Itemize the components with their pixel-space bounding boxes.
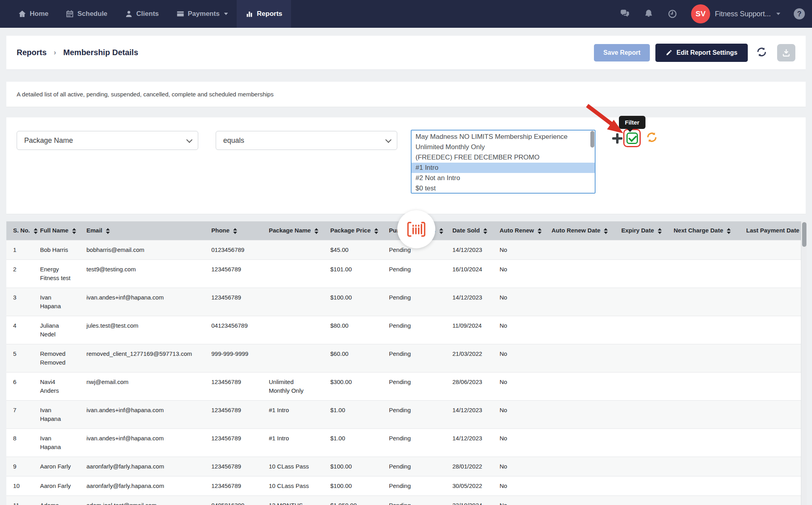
tooltip-pointer — [627, 129, 633, 132]
cell-phone: 123456789 — [211, 428, 269, 457]
column-header-email[interactable]: Email — [86, 221, 211, 240]
sort-icon[interactable] — [604, 228, 608, 234]
membership-table: S. No.Full NameEmailPhonePackage NamePac… — [6, 221, 806, 505]
cell-email: adam.joel.test@gmail.com — [86, 495, 211, 505]
multiselect-option[interactable]: May Madness NO LIMITS Membership Experie… — [412, 132, 595, 142]
apply-filter-checkbox-icon[interactable] — [626, 132, 638, 144]
cell-next_charge_date — [674, 288, 746, 316]
cell-email: aaronfarly@farly.hapana.com — [86, 457, 211, 476]
cell-package — [269, 240, 330, 259]
cell-package — [269, 259, 330, 288]
cell-auto_renew: No — [500, 288, 552, 316]
download-icon — [782, 48, 791, 57]
cell-last_payment_date — [746, 372, 806, 400]
vertical-scrollbar-thumb[interactable] — [802, 222, 806, 247]
cell-auto_renew_date — [552, 240, 621, 259]
sort-icon[interactable] — [727, 228, 731, 234]
chat-icon[interactable] — [620, 9, 630, 19]
sort-icon[interactable] — [374, 228, 378, 234]
download-button[interactable] — [777, 44, 795, 61]
column-label: S. No. — [13, 227, 30, 234]
edit-report-settings-label: Edit Report Settings — [676, 49, 737, 56]
add-filter-icon[interactable] — [611, 132, 624, 145]
sort-icon[interactable] — [314, 228, 318, 234]
table-row: 8Ivan Hapanaivan.andes+inf@hapana.com123… — [6, 428, 806, 457]
refresh-icon[interactable] — [756, 46, 769, 60]
cell-sno: 3 — [6, 288, 40, 316]
column-header-price[interactable]: Package Price — [330, 221, 389, 240]
multiselect-option[interactable]: $0 test — [412, 183, 595, 194]
sort-icon[interactable] — [538, 228, 542, 234]
cell-auto_renew: No — [500, 457, 552, 476]
vertical-scrollbar[interactable] — [801, 221, 807, 505]
clock-icon[interactable] — [667, 9, 678, 19]
user-menu[interactable]: SV Fitness Support... — [691, 4, 780, 23]
sort-icon[interactable] — [106, 228, 110, 234]
breadcrumb-section[interactable]: Reports — [17, 48, 47, 57]
bell-icon[interactable] — [643, 9, 654, 19]
column-header-date_sold[interactable]: Date Sold — [452, 221, 500, 240]
cell-sno: 1 — [6, 240, 40, 259]
column-header-auto_renew_date[interactable]: Auto Renew Date — [552, 221, 621, 240]
cell-price: $45.00 — [330, 240, 389, 259]
save-report-button[interactable]: Save Report — [594, 44, 650, 61]
column-header-name[interactable]: Full Name — [40, 221, 86, 240]
multiselect-scrollbar[interactable] — [590, 131, 594, 148]
reset-filter-icon[interactable] — [645, 131, 658, 144]
cell-price: $300.00 — [330, 372, 389, 400]
cell-expiry_date — [621, 372, 674, 400]
cell-phone: 04123456789 — [211, 316, 269, 344]
cell-auto_renew: No — [500, 372, 552, 400]
column-label: Auto Renew Date — [552, 227, 600, 234]
column-header-expiry_date[interactable]: Expiry Date — [621, 221, 674, 240]
sort-icon[interactable] — [658, 228, 662, 234]
multiselect-option[interactable]: #1 Intro — [412, 163, 595, 173]
nav-item-payments[interactable]: Payments — [168, 0, 237, 28]
column-header-package[interactable]: Package Name — [269, 221, 330, 240]
edit-report-settings-button[interactable]: Edit Report Settings — [655, 44, 748, 62]
sort-icon[interactable] — [439, 228, 443, 234]
nav-item-reports[interactable]: Reports — [237, 0, 291, 28]
cell-email: removed_client_1277169@597713.com — [86, 344, 211, 372]
sort-icon[interactable] — [233, 228, 237, 234]
column-label: Date Sold — [452, 227, 480, 234]
sort-icon[interactable] — [34, 228, 38, 234]
filter-tooltip: Filter — [619, 116, 645, 129]
cell-name: Energy Fitness test — [40, 259, 86, 288]
column-header-sno[interactable]: S. No. — [6, 221, 40, 240]
table-row: 5Removed Removedremoved_client_1277169@5… — [6, 344, 806, 372]
column-label: Expiry Date — [621, 227, 654, 234]
cell-auto_renew: No — [500, 495, 552, 505]
column-header-last_payment_date[interactable]: Last Payment Date — [746, 221, 806, 240]
column-header-phone[interactable]: Phone — [211, 221, 269, 240]
cell-phone: 0405816300 — [211, 495, 269, 505]
nav-item-clients[interactable]: Clients — [116, 0, 168, 28]
cell-auto_renew: No — [500, 240, 552, 259]
filter-operator-select[interactable]: equals — [216, 131, 397, 150]
filter-value-multiselect[interactable]: May Madness NO LIMITS Membership Experie… — [411, 130, 596, 194]
multiselect-option[interactable]: Unlimited Monthly Only — [412, 142, 595, 152]
cell-date_sold: 28/01/2022 — [452, 457, 500, 476]
report-description-card: A detailed list of all active, pending, … — [6, 82, 806, 107]
sort-icon[interactable] — [483, 228, 487, 234]
filter-field-select[interactable]: Package Name — [17, 131, 198, 150]
nav-item-schedule[interactable]: Schedule — [57, 0, 116, 28]
avatar[interactable]: SV — [691, 4, 710, 23]
column-header-auto_renew[interactable]: Auto Renew — [500, 221, 552, 240]
sort-icon[interactable] — [72, 228, 76, 234]
cell-auto_renew_date — [552, 259, 621, 288]
cell-price: $60.00 — [330, 344, 389, 372]
help-icon[interactable] — [794, 8, 805, 19]
cell-price: $100.00 — [330, 288, 389, 316]
column-header-next_charge_date[interactable]: Next Charge Date — [674, 221, 746, 240]
cell-package: #1 Intro — [269, 428, 330, 457]
cell-expiry_date — [621, 495, 674, 505]
nav-item-home[interactable]: Home — [10, 0, 57, 28]
cell-package: 12 MONTHS — [269, 495, 330, 505]
cell-expiry_date — [621, 288, 674, 316]
navbar-right: SV Fitness Support... — [620, 0, 805, 28]
cell-package — [269, 344, 330, 372]
multiselect-option[interactable]: #2 Not an Intro — [412, 173, 595, 183]
nav-item-label: Payments — [188, 10, 220, 18]
multiselect-option[interactable]: (FREEDEC) FREE DECEMBER PROMO — [412, 152, 595, 163]
